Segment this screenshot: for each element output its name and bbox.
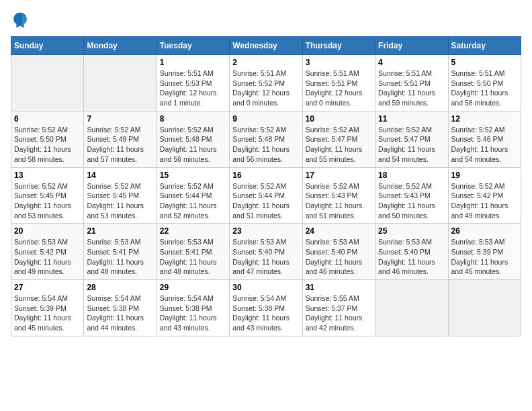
day-info: Sunrise: 5:52 AMSunset: 5:48 PMDaylight:… — [232, 125, 299, 165]
day-number: 19 — [451, 171, 518, 180]
day-number: 5 — [451, 58, 518, 67]
calendar-cell: 3Sunrise: 5:51 AMSunset: 5:51 PMDaylight… — [302, 55, 375, 111]
day-info: Sunrise: 5:53 AMSunset: 5:40 PMDaylight:… — [306, 237, 372, 277]
calendar-cell: 27Sunrise: 5:54 AMSunset: 5:39 PMDayligh… — [11, 280, 84, 336]
calendar-week-row: 13Sunrise: 5:52 AMSunset: 5:45 PMDayligh… — [11, 167, 521, 224]
day-number: 20 — [14, 226, 81, 236]
day-number: 4 — [378, 58, 445, 67]
day-info: Sunrise: 5:52 AMSunset: 5:47 PMDaylight:… — [306, 125, 372, 165]
calendar-day-header: Friday — [375, 37, 448, 55]
calendar-day-header: Tuesday — [157, 37, 229, 55]
day-info: Sunrise: 5:52 AMSunset: 5:44 PMDaylight:… — [160, 181, 226, 221]
calendar-cell: 11Sunrise: 5:52 AMSunset: 5:47 PMDayligh… — [375, 111, 448, 167]
day-info: Sunrise: 5:52 AMSunset: 5:46 PMDaylight:… — [451, 125, 518, 165]
calendar-cell: 7Sunrise: 5:52 AMSunset: 5:49 PMDaylight… — [84, 111, 157, 167]
day-info: Sunrise: 5:52 AMSunset: 5:48 PMDaylight:… — [160, 125, 226, 165]
calendar-cell: 30Sunrise: 5:54 AMSunset: 5:38 PMDayligh… — [230, 280, 302, 336]
day-info: Sunrise: 5:52 AMSunset: 5:47 PMDaylight:… — [378, 125, 445, 165]
day-info: Sunrise: 5:54 AMSunset: 5:38 PMDaylight:… — [232, 293, 299, 333]
calendar-cell: 5Sunrise: 5:51 AMSunset: 5:50 PMDaylight… — [448, 55, 521, 111]
calendar-cell: 4Sunrise: 5:51 AMSunset: 5:51 PMDaylight… — [375, 55, 448, 111]
day-info: Sunrise: 5:55 AMSunset: 5:37 PMDaylight:… — [306, 293, 372, 333]
day-info: Sunrise: 5:51 AMSunset: 5:50 PMDaylight:… — [451, 68, 518, 108]
day-number: 28 — [87, 283, 153, 292]
day-number: 27 — [14, 283, 81, 292]
day-info: Sunrise: 5:51 AMSunset: 5:51 PMDaylight:… — [378, 68, 445, 108]
logo-icon — [11, 11, 30, 30]
day-number: 16 — [232, 171, 299, 180]
calendar-cell — [448, 280, 521, 336]
calendar-cell: 6Sunrise: 5:52 AMSunset: 5:50 PMDaylight… — [11, 111, 84, 167]
day-info: Sunrise: 5:53 AMSunset: 5:39 PMDaylight:… — [451, 237, 518, 277]
day-info: Sunrise: 5:52 AMSunset: 5:44 PMDaylight:… — [232, 181, 299, 221]
calendar-week-row: 27Sunrise: 5:54 AMSunset: 5:39 PMDayligh… — [11, 280, 521, 336]
day-info: Sunrise: 5:52 AMSunset: 5:49 PMDaylight:… — [87, 125, 153, 165]
calendar-cell: 19Sunrise: 5:52 AMSunset: 5:42 PMDayligh… — [448, 167, 521, 224]
day-number: 11 — [378, 114, 445, 124]
day-info: Sunrise: 5:53 AMSunset: 5:41 PMDaylight:… — [160, 237, 226, 277]
day-number: 12 — [451, 114, 518, 124]
day-number: 8 — [160, 114, 226, 124]
calendar-table: SundayMondayTuesdayWednesdayThursdayFrid… — [11, 36, 521, 336]
calendar-cell: 25Sunrise: 5:53 AMSunset: 5:40 PMDayligh… — [375, 224, 448, 280]
calendar-day-header: Sunday — [11, 37, 84, 55]
day-number: 29 — [160, 283, 226, 292]
day-number: 7 — [87, 114, 153, 124]
calendar-cell: 14Sunrise: 5:52 AMSunset: 5:45 PMDayligh… — [84, 167, 157, 224]
day-info: Sunrise: 5:53 AMSunset: 5:42 PMDaylight:… — [14, 237, 81, 277]
day-info: Sunrise: 5:53 AMSunset: 5:41 PMDaylight:… — [87, 237, 153, 277]
day-info: Sunrise: 5:52 AMSunset: 5:45 PMDaylight:… — [87, 181, 153, 221]
logo — [11, 11, 31, 30]
day-number: 18 — [378, 171, 445, 180]
day-info: Sunrise: 5:54 AMSunset: 5:38 PMDaylight:… — [160, 293, 226, 333]
day-info: Sunrise: 5:52 AMSunset: 5:45 PMDaylight:… — [14, 181, 81, 221]
calendar-cell: 24Sunrise: 5:53 AMSunset: 5:40 PMDayligh… — [302, 224, 375, 280]
calendar-cell — [375, 280, 448, 336]
day-number: 6 — [14, 114, 81, 124]
calendar-cell: 9Sunrise: 5:52 AMSunset: 5:48 PMDaylight… — [230, 111, 302, 167]
day-number: 25 — [378, 226, 445, 236]
day-info: Sunrise: 5:54 AMSunset: 5:38 PMDaylight:… — [87, 293, 153, 333]
calendar-header-row: SundayMondayTuesdayWednesdayThursdayFrid… — [11, 37, 521, 55]
day-number: 9 — [232, 114, 299, 124]
day-number: 21 — [87, 226, 153, 236]
day-number: 26 — [451, 226, 518, 236]
day-number: 17 — [306, 171, 372, 180]
day-number: 3 — [306, 58, 372, 67]
calendar-cell: 17Sunrise: 5:52 AMSunset: 5:43 PMDayligh… — [302, 167, 375, 224]
calendar-cell: 21Sunrise: 5:53 AMSunset: 5:41 PMDayligh… — [84, 224, 157, 280]
day-number: 13 — [14, 171, 81, 180]
day-info: Sunrise: 5:53 AMSunset: 5:40 PMDaylight:… — [378, 237, 445, 277]
calendar-cell: 23Sunrise: 5:53 AMSunset: 5:40 PMDayligh… — [230, 224, 302, 280]
day-number: 2 — [232, 58, 299, 67]
day-number: 22 — [160, 226, 226, 236]
day-info: Sunrise: 5:52 AMSunset: 5:43 PMDaylight:… — [378, 181, 445, 221]
day-info: Sunrise: 5:52 AMSunset: 5:42 PMDaylight:… — [451, 181, 518, 221]
calendar-cell: 2Sunrise: 5:51 AMSunset: 5:52 PMDaylight… — [230, 55, 302, 111]
day-info: Sunrise: 5:53 AMSunset: 5:40 PMDaylight:… — [232, 237, 299, 277]
day-number: 24 — [306, 226, 372, 236]
calendar-cell: 18Sunrise: 5:52 AMSunset: 5:43 PMDayligh… — [375, 167, 448, 224]
calendar-week-row: 6Sunrise: 5:52 AMSunset: 5:50 PMDaylight… — [11, 111, 521, 167]
calendar-day-header: Wednesday — [230, 37, 302, 55]
day-info: Sunrise: 5:51 AMSunset: 5:53 PMDaylight:… — [160, 68, 226, 108]
calendar-cell — [84, 55, 157, 111]
calendar-cell: 1Sunrise: 5:51 AMSunset: 5:53 PMDaylight… — [157, 55, 229, 111]
page-header — [11, 11, 521, 30]
calendar-cell: 29Sunrise: 5:54 AMSunset: 5:38 PMDayligh… — [157, 280, 229, 336]
calendar-cell: 12Sunrise: 5:52 AMSunset: 5:46 PMDayligh… — [448, 111, 521, 167]
calendar-cell: 13Sunrise: 5:52 AMSunset: 5:45 PMDayligh… — [11, 167, 84, 224]
calendar-cell: 20Sunrise: 5:53 AMSunset: 5:42 PMDayligh… — [11, 224, 84, 280]
calendar-cell: 10Sunrise: 5:52 AMSunset: 5:47 PMDayligh… — [302, 111, 375, 167]
day-info: Sunrise: 5:54 AMSunset: 5:39 PMDaylight:… — [14, 293, 81, 333]
calendar-week-row: 20Sunrise: 5:53 AMSunset: 5:42 PMDayligh… — [11, 224, 521, 280]
calendar-day-header: Saturday — [448, 37, 521, 55]
calendar-cell: 31Sunrise: 5:55 AMSunset: 5:37 PMDayligh… — [302, 280, 375, 336]
day-info: Sunrise: 5:51 AMSunset: 5:52 PMDaylight:… — [232, 68, 299, 108]
calendar-cell: 8Sunrise: 5:52 AMSunset: 5:48 PMDaylight… — [157, 111, 229, 167]
day-info: Sunrise: 5:51 AMSunset: 5:51 PMDaylight:… — [306, 68, 372, 108]
day-number: 31 — [306, 283, 372, 292]
day-number: 1 — [160, 58, 226, 67]
day-number: 14 — [87, 171, 153, 180]
day-number: 30 — [232, 283, 299, 292]
